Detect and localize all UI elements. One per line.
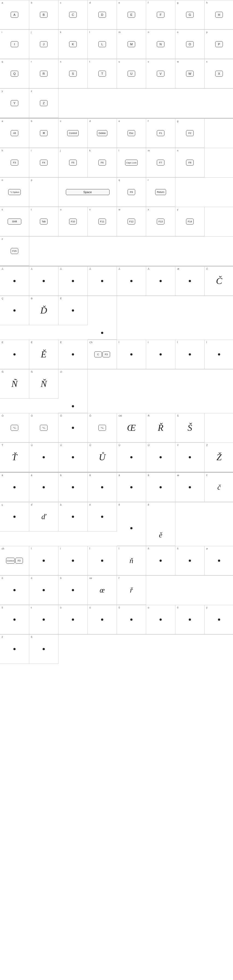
key-tab: Tab xyxy=(40,218,48,224)
cell-f15: z F15 xyxy=(0,237,29,266)
key-O: O xyxy=(186,41,194,47)
cell-f9: q F9 xyxy=(117,178,146,207)
dot xyxy=(72,280,74,282)
empty-cell xyxy=(204,296,233,325)
cell-Atilde: Ã xyxy=(88,267,117,296)
key-control: Control xyxy=(67,130,78,136)
empty-cell xyxy=(88,635,117,664)
lower-accent-row1b: ç ď ď à é ě ě ě xyxy=(0,502,233,546)
key-f13: F13 xyxy=(157,218,164,224)
cell-aelig: æ xyxy=(176,473,204,502)
key-return: Return xyxy=(155,189,166,195)
key-f4: F4 xyxy=(40,160,48,165)
dot xyxy=(72,309,74,312)
key-f12: F12 xyxy=(128,218,135,224)
cell-control: c Control xyxy=(59,119,88,148)
dot xyxy=(72,456,74,458)
cell-AElig: Æ xyxy=(176,267,204,296)
cell-ch-lower: ch Control F3 xyxy=(0,546,29,575)
empty-cell xyxy=(59,635,88,664)
key-f14: F14 xyxy=(186,218,194,224)
cell-Zcaron: Ž Ž xyxy=(204,443,233,472)
glyph-Ncaron: Ň xyxy=(41,379,47,388)
key-esc: Esc xyxy=(128,130,135,136)
key-F: F xyxy=(157,12,164,18)
cell-acirc: â xyxy=(59,473,88,502)
cell-Ibreve: Ĭ xyxy=(117,340,146,369)
key-f7: F7 xyxy=(157,160,164,165)
dot xyxy=(13,353,16,355)
cell-Aacute: Á xyxy=(29,267,59,296)
dot xyxy=(43,619,45,621)
cell-Yacute: Ý xyxy=(176,443,204,472)
cell-uuml: ü xyxy=(146,605,176,634)
cell-ccaron: č č xyxy=(204,473,233,502)
cell-aacute: á xyxy=(29,473,59,502)
cell-Acirc: Â xyxy=(59,267,88,296)
empty-cell xyxy=(88,89,117,118)
dot xyxy=(13,619,16,621)
cell-auml: ä xyxy=(117,473,146,502)
accent-row2b: Ñ Ñ Ň Ň ∅ xyxy=(0,369,233,413)
empty-cell xyxy=(146,89,176,118)
glyph-Tcaron: Ť xyxy=(12,453,17,462)
cell-empty-p: p xyxy=(29,178,59,207)
empty-cell xyxy=(176,369,204,399)
cell-Ccedil: Ç xyxy=(0,296,29,325)
empty-cell xyxy=(117,89,146,118)
cell-f3: h F3 xyxy=(0,148,29,177)
cell-Oacute: Ó ⌥, xyxy=(29,413,59,442)
cell-iacute: í xyxy=(59,546,88,575)
cell-ccedil: ç xyxy=(0,502,29,531)
key-C-combo: C xyxy=(94,352,102,357)
keys-row2: h F3 i F4 j F5 k F6 l Caps Lock m F7 n F… xyxy=(0,148,233,177)
dot xyxy=(160,456,162,458)
lower-accent-row2: ch Control F3 ĭ í ĩ î ň ñ ň ø xyxy=(0,546,233,575)
empty-cell xyxy=(117,369,146,399)
cell-cmd: b ⌘ xyxy=(29,119,59,148)
keys-row5: z F15 xyxy=(0,236,233,266)
key-alt: Alt xyxy=(11,130,18,136)
cell-f2: g F2 xyxy=(176,119,204,148)
cell-ugrave: ù xyxy=(59,605,88,634)
empty-cell xyxy=(146,576,176,605)
cell-Uacute: Ú xyxy=(59,443,88,472)
cell-B: b B xyxy=(29,0,59,29)
empty-cell xyxy=(176,576,204,605)
empty-cell xyxy=(176,635,204,664)
cell-J: j J xyxy=(29,30,59,59)
empty-cell xyxy=(146,237,176,266)
accent-row4: Ť Ť Ù Ú Ů Ů Ü Ű Ý Ž Ž xyxy=(0,442,233,472)
cell-F: f F xyxy=(146,0,176,29)
cell-Eth: Ð Ď xyxy=(29,296,59,325)
key-f10: F10 xyxy=(69,218,77,224)
cell-M: m M xyxy=(117,30,146,59)
cell-f5: j F5 xyxy=(59,148,88,177)
glyph-Ccaron: Č xyxy=(216,276,222,286)
dot xyxy=(189,353,191,355)
cell-Ugrave: Ù xyxy=(29,443,59,472)
key-C: C xyxy=(69,12,77,18)
cell-Auml: Ä xyxy=(117,267,146,296)
dot xyxy=(72,405,74,407)
glyph-Zcaron: Ž xyxy=(217,453,222,462)
key-T: T xyxy=(98,71,106,77)
key-Oacute: ⌥, xyxy=(40,425,48,431)
key-G: G xyxy=(186,12,194,18)
dot xyxy=(189,486,191,488)
cell-Ncaron: Ň Ň xyxy=(29,369,59,399)
cell-dcaron: ď ď xyxy=(29,502,59,531)
cell-shift: s Shift xyxy=(0,207,29,236)
dot xyxy=(101,619,103,621)
empty-cell xyxy=(204,502,233,531)
dot xyxy=(72,619,74,621)
key-f9: F9 xyxy=(128,189,135,195)
cell-O: o O xyxy=(176,30,204,59)
cell-Itilde: Ĩ xyxy=(176,340,204,369)
cell-Agrave: À xyxy=(0,267,29,296)
key-delete: Delete xyxy=(97,130,107,136)
dot xyxy=(160,619,162,621)
dot xyxy=(101,280,103,282)
dot xyxy=(72,560,74,562)
cell-V: v V xyxy=(146,59,176,88)
